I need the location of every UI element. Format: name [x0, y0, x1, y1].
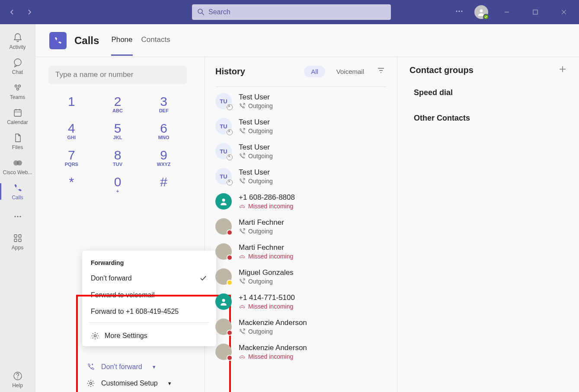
contact-group-speed-dial[interactable]: Speed dial: [409, 88, 567, 97]
forward-status[interactable]: Don't forward ▼: [86, 363, 172, 371]
history-item[interactable]: TU Test User Outgoing: [215, 89, 387, 114]
more-icon[interactable]: [453, 5, 466, 19]
dial-key-*[interactable]: *: [54, 175, 89, 194]
sidebar-item-calendar[interactable]: Calendar: [0, 104, 35, 129]
sidebar-item-files[interactable]: Files: [0, 129, 35, 154]
sidebar-label: Files: [12, 144, 23, 150]
nav-forward[interactable]: [22, 5, 36, 19]
gear-icon: [91, 331, 99, 340]
history-avatar: [215, 344, 232, 360]
history-avatar: TU: [215, 118, 232, 134]
svg-rect-25: [14, 239, 17, 242]
more-settings-label: More Settings: [105, 332, 147, 340]
dial-key-7[interactable]: 7PQRS: [54, 148, 89, 167]
dial-num: 2: [100, 94, 135, 109]
menu-divider: [89, 322, 209, 323]
history-item[interactable]: +1 608-286-8808 Missed incoming: [215, 189, 387, 214]
history-status: Missed incoming: [239, 353, 307, 360]
sidebar-item-chat[interactable]: Chat: [0, 54, 35, 79]
dial-num: 0: [100, 175, 135, 189]
nav-back[interactable]: [5, 5, 19, 19]
presence-badge: [227, 104, 233, 110]
forward-option[interactable]: Forward to voicemail: [82, 287, 216, 303]
add-contact-group[interactable]: [558, 65, 567, 75]
dial-key-#[interactable]: #: [147, 175, 181, 194]
dial-key-2[interactable]: 2ABC: [100, 94, 135, 113]
history-item[interactable]: Marti Fechner Missed incoming: [215, 239, 387, 264]
dial-key-1[interactable]: 1: [54, 94, 89, 113]
history-status: Outgoing: [239, 328, 307, 335]
sidebar-label: Chat: [12, 69, 23, 75]
minimize-button[interactable]: [497, 5, 517, 19]
tab-phone[interactable]: Phone: [111, 25, 132, 56]
dial-letters: DEF: [147, 108, 181, 113]
dial-input[interactable]: [48, 66, 187, 84]
dial-key-0[interactable]: 0+: [100, 175, 135, 194]
contact-group-other[interactable]: Other Contacts: [409, 114, 567, 123]
history-item[interactable]: +1 414-771-5100 Missed incoming: [215, 289, 387, 314]
filter-all[interactable]: All: [304, 66, 325, 77]
sidebar-label: Apps: [12, 245, 23, 251]
dial-key-6[interactable]: 6MNO: [147, 121, 181, 140]
history-avatar: [215, 268, 232, 285]
history-item[interactable]: TU Test User Outgoing: [215, 164, 387, 189]
history-item[interactable]: Miguel Gonzales Outgoing: [215, 264, 387, 289]
forward-option[interactable]: Don't forward: [82, 270, 216, 287]
history-name: Miguel Gonzales: [239, 268, 294, 277]
dial-key-4[interactable]: 4GHI: [54, 121, 89, 140]
history-status: Outgoing: [239, 102, 273, 109]
dial-letters: +: [100, 188, 135, 194]
maximize-button[interactable]: [525, 5, 545, 19]
history-status: Missed incoming: [239, 203, 295, 210]
history-name: Mackenzie Anderson: [239, 344, 307, 352]
phone-icon: [12, 182, 23, 194]
forward-option[interactable]: Forward to +1 608-419-4525: [82, 303, 216, 320]
sidebar-item-teams[interactable]: Teams: [0, 79, 35, 104]
dial-num: 4: [54, 121, 89, 136]
sidebar-item-help[interactable]: Help: [0, 367, 35, 392]
dial-key-5[interactable]: 5JKL: [100, 121, 135, 140]
history-avatar: TU: [215, 143, 232, 159]
customised-setup[interactable]: Customised Setup ▼: [86, 379, 172, 388]
history-item[interactable]: TU Test User Outgoing: [215, 114, 387, 139]
history-avatar: TU: [215, 168, 232, 185]
close-button[interactable]: [554, 5, 574, 19]
presence-badge: [227, 330, 233, 336]
history-item[interactable]: Mackenzie Anderson Missed incoming: [215, 339, 387, 364]
history-name: Test User: [239, 93, 273, 102]
svg-point-13: [16, 88, 19, 90]
forward-icon: [86, 363, 95, 371]
history-item[interactable]: Mackenzie Anderson Outgoing: [215, 314, 387, 339]
check-icon: [199, 274, 208, 283]
dial-letters: MNO: [147, 135, 181, 140]
svg-point-12: [18, 85, 20, 87]
dial-num: 5: [100, 121, 135, 136]
history-avatar: [215, 218, 232, 235]
contacts-panel: Contact groups Speed dial Other Contacts: [397, 57, 579, 392]
option-label: Forward to voicemail: [91, 291, 155, 299]
filter-voicemail[interactable]: Voicemail: [329, 66, 371, 77]
sidebar-item-calls[interactable]: Calls: [0, 179, 35, 204]
user-avatar[interactable]: [474, 5, 488, 19]
more-icon: [12, 211, 23, 222]
history-avatar: TU: [215, 93, 232, 109]
sidebar-item-apps[interactable]: Apps: [0, 229, 35, 254]
presence-badge: [227, 280, 233, 286]
dial-key-8[interactable]: 8TUV: [100, 148, 135, 167]
sidebar-item-cisco[interactable]: Cisco Web...: [0, 154, 35, 179]
search-input[interactable]: Search: [192, 4, 391, 20]
more-settings[interactable]: More Settings: [82, 325, 216, 346]
svg-rect-23: [14, 235, 17, 237]
history-item[interactable]: Marti Fechner Outgoing: [215, 214, 387, 239]
tab-contacts[interactable]: Contacts: [141, 25, 170, 56]
sidebar-item-activity[interactable]: Activity: [0, 29, 35, 54]
dial-letters: PQRS: [54, 162, 89, 167]
dial-key-9[interactable]: 9WXYZ: [147, 148, 181, 167]
filter-icon[interactable]: [375, 65, 387, 78]
history-item[interactable]: TU Test User Outgoing: [215, 139, 387, 164]
history-name: Test User: [239, 143, 273, 152]
sidebar-item-more[interactable]: [0, 204, 35, 229]
forward-label: Don't forward: [101, 363, 142, 371]
dial-key-3[interactable]: 3DEF: [147, 94, 181, 113]
history-name: +1 414-771-5100: [239, 293, 295, 302]
